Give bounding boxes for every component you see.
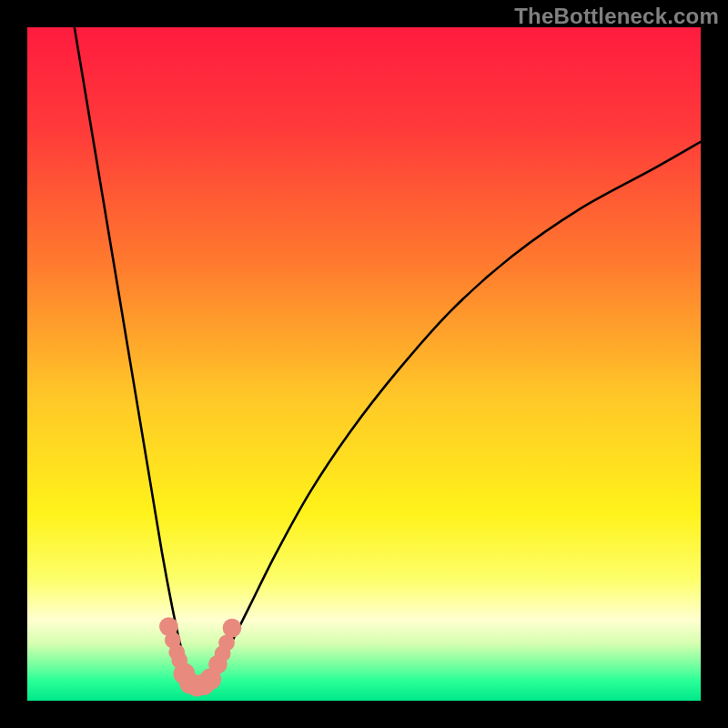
data-marker	[223, 619, 242, 638]
plot-area	[27, 27, 701, 701]
watermark-text: TheBottleneck.com	[514, 4, 719, 29]
chart-svg	[27, 27, 701, 701]
gradient-background	[27, 27, 701, 701]
chart-frame: TheBottleneck.com	[0, 0, 728, 728]
